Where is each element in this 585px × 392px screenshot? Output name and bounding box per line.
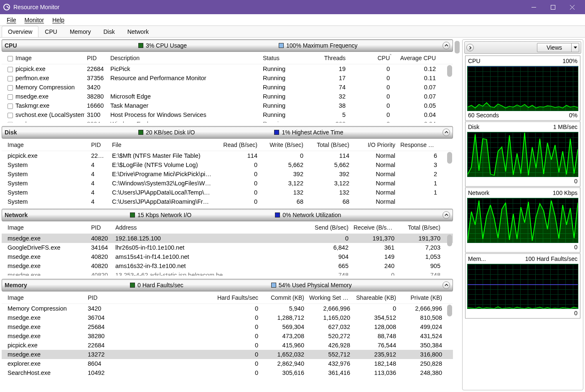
col-image[interactable]: Image [5,223,89,232]
table-row[interactable]: svchost.exe (LocalSystemNet...3100Host P… [2,110,453,119]
scrollbar[interactable] [447,235,452,275]
cell: picpick.exe [5,65,84,73]
table-row[interactable]: msedge.exe4082013.253-4-62.adsl-static.i… [2,271,453,276]
scrollbar[interactable] [447,305,452,389]
col-pid[interactable]: PID [85,293,119,302]
collapse-button[interactable] [443,129,450,136]
table-row[interactable]: System4C:\Windows\System32\LogFiles\WMI\… [2,179,453,188]
table-row[interactable]: System4C:\Users\JP\AppData\Local\Temp\43… [2,188,453,197]
checkbox[interactable] [8,56,13,61]
tab-overview[interactable]: Overview [2,26,38,37]
col-image[interactable]: Image [5,293,85,302]
col-private[interactable]: Private (KB) [399,293,445,302]
table-row[interactable]: picpick.exe22684E:\$Mft (NTFS Master Fil… [2,151,453,160]
col-shareable[interactable]: Shareable (KB) [353,293,399,302]
table-row[interactable]: picpick.exe22684PicPickRunning1900.12 [2,64,453,73]
memory-columns[interactable]: Image PID Hard Faults/sec Commit (KB) Wo… [2,291,453,304]
col-image[interactable]: Image [5,141,89,149]
table-row[interactable]: picpick.exe226840415,960426,92876,544350… [2,341,453,350]
col-hardfaults[interactable]: Hard Faults/sec [119,293,261,302]
table-row[interactable]: msedge.exe256840569,304627,032128,008499… [2,322,453,331]
table-row[interactable]: System4E:\$LogFile (NTFS Volume Log)05,6… [2,160,453,169]
cell: 25684 [85,323,119,331]
collapse-button[interactable] [443,42,450,49]
col-send[interactable]: Send (B/sec) [247,223,351,232]
col-status[interactable]: Status [260,54,315,62]
table-row[interactable]: GoogleDriveFS.exe34164lhr26s05-in-f10.1e… [2,243,453,252]
col-commit[interactable]: Commit (KB) [261,293,307,302]
col-cpu[interactable]: CPU⌃ [348,54,392,62]
checkbox[interactable] [8,76,13,81]
collapse-button[interactable] [443,281,450,289]
scrollbar[interactable] [447,152,452,205]
col-write[interactable]: Write (B/sec) [260,141,306,149]
table-row[interactable]: System4C:\Users\JP\AppData\Roaming\Franz… [2,197,453,205]
checkbox[interactable] [8,122,13,123]
menu-file[interactable]: File [3,14,20,25]
memory-header-bar[interactable]: Memory 0 Hard Faults/sec 54% Used Physic… [2,279,453,291]
pane-scrollbar[interactable] [455,41,460,53]
menu-help[interactable]: Help [48,14,69,25]
tab-disk[interactable]: Disk [97,26,121,37]
tab-network[interactable]: Network [121,26,155,37]
table-row[interactable]: msedge.exe1327201,652,032552,712235,9123… [2,350,453,359]
table-row[interactable]: Taskmgr.exe16660Task ManagerRunning3800.… [2,101,453,110]
table-row[interactable]: msedge.exe382800473,208520,27288,748431,… [2,331,453,341]
checkbox[interactable] [8,104,13,109]
collapse-button[interactable] [443,211,450,219]
menu-monitor[interactable]: Monitor [20,14,48,25]
table-row[interactable]: explorer.exe860402,862,940432,976182,148… [2,359,453,368]
col-address[interactable]: Address [113,223,247,232]
expand-left-button[interactable] [466,44,474,51]
table-row[interactable]: explorer.exe8604Windows ExplorerRunning2… [2,119,453,123]
cell: 132 [306,188,352,197]
table-row[interactable]: System4E:\Drive\Programe Mici\PickPick\p… [2,169,453,179]
table-row[interactable]: SearchHost.exe104920305,616361,416113,03… [2,368,453,377]
table-row[interactable]: msedge.exe40820ams15s41-in-f14.1e100.net… [2,252,453,261]
col-receive[interactable]: Receive (B/sec) [351,223,397,232]
checkbox[interactable] [8,94,13,100]
col-threads[interactable]: Threads [315,54,348,62]
cpu-header-bar[interactable]: CPU 3% CPU Usage 100% Maximum Frequency [2,39,453,52]
minimize-button[interactable] [524,0,543,14]
col-workingset[interactable]: Working Set (KB) [307,293,353,302]
maximize-button[interactable] [543,0,562,14]
table-row[interactable]: msedge.exe38280Microsoft EdgeRunning3200… [2,92,453,101]
col-file[interactable]: File [109,141,214,149]
table-row[interactable]: msedge.exe3670401,288,7121,165,020354,51… [2,313,453,322]
table-row[interactable]: msedge.exe40820ams16s32-in-f3.1e100.net6… [2,261,453,271]
views-button[interactable]: Views [537,43,579,52]
col-total[interactable]: Total (B/sec) [306,141,352,149]
cpu-columns[interactable]: Image PID Description Status Threads CPU… [2,52,453,64]
close-button[interactable] [562,0,582,14]
col-priority[interactable]: I/O Priority [352,141,398,149]
cell: 354,512 [353,314,399,322]
disk-table-body: picpick.exe22684E:\$Mft (NTFS Master Fil… [2,151,453,205]
network-header-bar[interactable]: Network 15 Kbps Network I/O 0% Network U… [2,209,453,221]
table-row[interactable]: msedge.exe40820192.168.125.1000191,37019… [2,234,453,243]
col-response[interactable]: Response Time... [398,141,440,149]
col-pid[interactable]: PID [89,223,113,232]
table-row[interactable]: Memory Compression342005,9402,666,99602,… [2,304,453,313]
col-avg-cpu[interactable]: Average CPU [392,54,438,62]
disk-header-bar[interactable]: Disk 20 KB/sec Disk I/O 1% Highest Activ… [2,126,453,139]
cell: 248,380 [399,369,445,377]
disk-columns[interactable]: Image PID File Read (B/sec) Write (B/sec… [2,139,453,151]
checkbox[interactable] [8,67,13,72]
table-row[interactable]: Memory Compression3420Running7400.07 [2,83,453,92]
col-pid[interactable]: PID [89,141,109,149]
cell: 2,862,940 [261,359,307,368]
col-read[interactable]: Read (B/sec) [214,141,260,149]
cell: 6 [398,152,440,160]
col-description[interactable]: Description [108,54,260,62]
col-total[interactable]: Total (B/sec) [397,223,443,232]
checkbox[interactable] [8,113,13,118]
table-row[interactable]: perfmon.exe37356Resource and Performance… [2,73,453,83]
tab-cpu[interactable]: CPU [38,26,64,37]
network-columns[interactable]: Image PID Address Send (B/sec) Receive (… [2,221,453,234]
col-pid[interactable]: PID [84,54,108,62]
checkbox[interactable] [8,85,13,91]
scrollbar[interactable] [447,65,452,122]
tab-memory[interactable]: Memory [64,26,97,37]
cell: 4 [89,179,109,187]
